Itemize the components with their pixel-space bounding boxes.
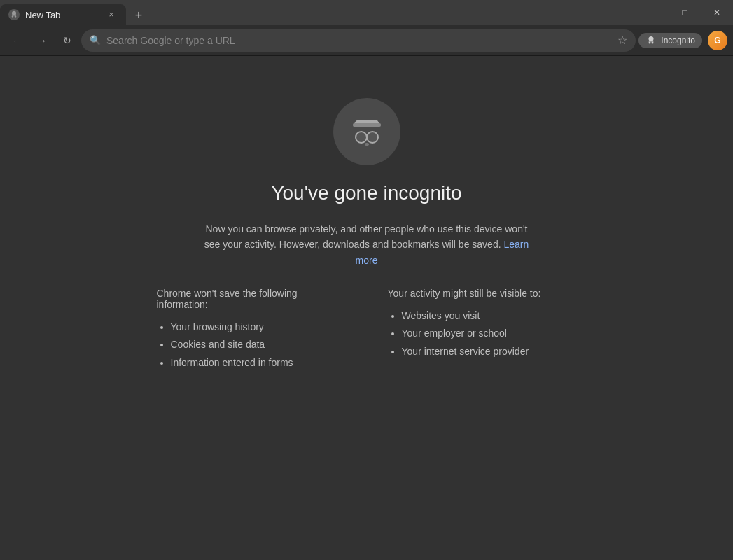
maximize-button[interactable]: □: [669, 0, 701, 25]
main-content: You've gone incognito Now you can browse…: [0, 56, 733, 560]
svg-rect-6: [649, 41, 654, 41]
wont-save-column: Chrome won't save the following informat…: [157, 288, 346, 372]
incognito-main-icon: [346, 111, 388, 153]
svg-point-3: [12, 15, 13, 17]
svg-rect-15: [366, 136, 368, 139]
svg-point-5: [649, 36, 654, 41]
list-item: Websites you visit: [402, 307, 577, 325]
url-input[interactable]: [106, 35, 612, 46]
svg-point-16: [365, 143, 369, 146]
incognito-badge[interactable]: Incognito: [638, 33, 702, 48]
list-item: Your browsing history: [171, 318, 346, 336]
tab-favicon-icon: [8, 9, 20, 20]
visible-column: Your activity might still be visible to:…: [388, 288, 577, 372]
visible-header: Your activity might still be visible to:: [388, 288, 577, 299]
back-button[interactable]: ←: [6, 29, 28, 52]
active-tab[interactable]: New Tab ×: [0, 4, 126, 25]
svg-point-14: [367, 132, 378, 143]
window-controls: — □ ✕: [636, 0, 733, 25]
incognito-label: Incognito: [661, 36, 695, 46]
wont-save-list: Your browsing historyCookies and site da…: [157, 318, 346, 372]
info-columns: Chrome won't save the following informat…: [157, 288, 577, 372]
address-bar[interactable]: 🔍 ☆: [81, 29, 636, 52]
wont-save-header: Chrome won't save the following informat…: [157, 288, 346, 310]
page-title: You've gone incognito: [271, 182, 461, 204]
list-item: Your internet service provider: [402, 343, 577, 360]
forward-button[interactable]: →: [31, 29, 53, 52]
new-tab-button[interactable]: +: [129, 6, 148, 25]
tab-strip: New Tab × +: [0, 0, 636, 25]
close-button[interactable]: ✕: [701, 0, 733, 25]
profile-area: Incognito G: [638, 31, 727, 50]
svg-point-13: [356, 132, 367, 143]
bookmark-icon[interactable]: ☆: [617, 34, 627, 47]
list-item: Your employer or school: [402, 325, 577, 342]
svg-point-4: [15, 15, 16, 17]
refresh-button[interactable]: ↻: [56, 29, 78, 52]
visible-list: Websites you visitYour employer or schoo…: [388, 307, 577, 360]
svg-point-7: [649, 41, 651, 43]
incognito-icon: [645, 35, 657, 46]
list-item: Cookies and site data: [171, 336, 346, 354]
tab-close-button[interactable]: ×: [105, 8, 118, 21]
incognito-icon-wrapper: [333, 98, 400, 165]
search-icon: 🔍: [90, 35, 101, 46]
svg-point-8: [652, 41, 654, 43]
list-item: Information entered in forms: [171, 354, 346, 372]
tab-title: New Tab: [25, 10, 99, 20]
profile-avatar[interactable]: G: [708, 31, 727, 50]
svg-rect-11: [353, 123, 381, 127]
navigation-bar: ← → ↻ 🔍 ☆ Incognito G: [0, 25, 733, 56]
svg-point-1: [12, 11, 16, 15]
minimize-button[interactable]: —: [636, 0, 669, 25]
title-bar: New Tab × + — □ ✕: [0, 0, 733, 25]
description-text: Now you can browse privately, and other …: [199, 221, 535, 268]
description-part1: Now you can browse privately, and other …: [204, 223, 528, 250]
